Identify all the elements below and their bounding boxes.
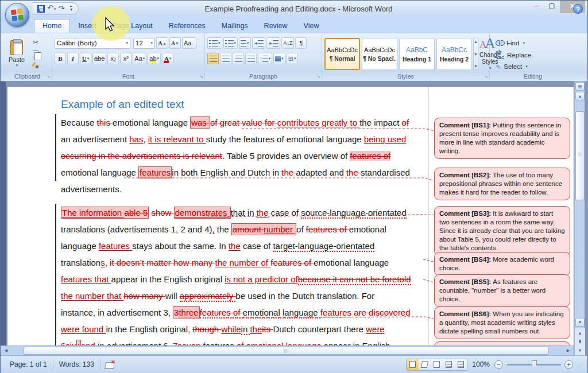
shading-button[interactable]: ▾ <box>273 53 285 64</box>
font-size-select[interactable]: 12▾ <box>133 38 155 49</box>
horizontal-scrollbar[interactable]: ◀ ▶ <box>1 345 574 355</box>
redo-button[interactable]: ↷ <box>58 3 64 14</box>
vertical-scrollbar[interactable]: ▤ ▲ ▼ ▲▲ ● ▼▼ <box>574 81 585 355</box>
bullets-button[interactable]: ▾ <box>207 37 222 49</box>
undo-button[interactable]: ↶▾ <box>47 3 56 14</box>
comment-balloon-bs6[interactable]: Comment [BS6]: When you are indicating a… <box>434 306 570 339</box>
bold-button[interactable]: B <box>55 53 66 64</box>
styles-dialog-launcher[interactable]: ↘ <box>484 75 488 79</box>
format-painter-button[interactable] <box>29 60 42 71</box>
align-center-button[interactable] <box>220 53 231 64</box>
scroll-right-icon[interactable]: ▶ <box>564 347 572 355</box>
proofing-errors-icon[interactable] <box>105 361 114 368</box>
styles-scroll-up-icon[interactable]: ▲ <box>474 40 478 44</box>
tab-mailings[interactable]: Mailings <box>214 20 256 33</box>
zoom-thumb[interactable] <box>532 360 537 368</box>
styles-gallery-scroll[interactable]: ▲ ▼ ▼ <box>473 38 478 70</box>
outline-view-button[interactable] <box>443 359 455 370</box>
previous-page-button[interactable]: ▲▲ <box>576 329 584 337</box>
underline-button[interactable]: U▾ <box>80 53 91 64</box>
cut-button[interactable]: ✂ <box>29 37 42 48</box>
style-heading-1[interactable]: AaBbCHeading 1 <box>399 38 435 70</box>
superscript-button[interactable]: x² <box>120 53 131 64</box>
decrease-indent-button[interactable]: ◄ <box>252 37 266 49</box>
tab-review[interactable]: Review <box>256 20 296 33</box>
line-spacing-button[interactable]: ↕▾ <box>258 53 272 64</box>
tab-page-layout[interactable]: Page Layout <box>105 20 161 33</box>
select-browse-object-button[interactable]: ● <box>576 338 584 345</box>
comment-balloon-bs1[interactable]: Comment [BS1]: Putting this sentence in … <box>434 118 570 159</box>
style-normal[interactable]: AaBbCcDc¶ Normal <box>324 38 360 70</box>
print-layout-view-button[interactable] <box>407 359 419 370</box>
scroll-down-icon[interactable]: ▼ <box>575 318 585 327</box>
page-indicator[interactable]: Page: 1 of 1 <box>4 359 53 370</box>
undo-dropdown-icon[interactable]: ▾ <box>54 7 56 11</box>
tab-home[interactable]: Home <box>34 19 70 33</box>
shrink-font-button[interactable]: A▼ <box>169 37 181 49</box>
zoom-out-button[interactable]: − <box>494 360 503 369</box>
office-button[interactable] <box>5 3 29 27</box>
grow-font-button[interactable]: A▲ <box>156 37 168 49</box>
subscript-button[interactable]: x₂ <box>107 53 119 64</box>
zoom-track[interactable] <box>506 364 561 366</box>
save-icon[interactable] <box>37 5 45 13</box>
split-view-button[interactable]: ▤ <box>575 82 585 91</box>
strikethrough-button[interactable]: abe <box>92 53 106 64</box>
resize-grip[interactable]: ⋰ <box>578 362 584 368</box>
inserted-text: features <box>320 308 354 317</box>
comment-balloon-bs5[interactable]: Comment [BS5]: As features are countable… <box>434 274 570 307</box>
document-area: Example of an edited text Because this e… <box>1 81 588 355</box>
zoom-level[interactable]: 100% <box>472 360 490 368</box>
paragraph-dialog-launcher[interactable]: ↘ <box>316 75 320 79</box>
clipboard-dialog-launcher[interactable]: ↘ <box>47 75 51 79</box>
customize-qat-icon[interactable]: ▾ <box>70 6 72 11</box>
comment-balloon-bs3[interactable]: Comment [BS3]: It is awkward to start tw… <box>434 206 570 256</box>
replace-button[interactable]: ab⤷acReplace <box>492 50 574 60</box>
tab-insert[interactable]: Insert <box>70 20 104 33</box>
comment-balloon-bs2[interactable]: Comment [BS2]: The use of too many prepo… <box>434 168 570 200</box>
comment-balloon-bs4[interactable]: Comment [BS4]: More academic word choice… <box>434 252 570 276</box>
font-color-button[interactable]: A▾ <box>162 53 173 64</box>
scroll-left-icon[interactable]: ◀ <box>2 347 10 355</box>
clear-formatting-button[interactable]: Aa <box>182 37 196 49</box>
tab-references[interactable]: References <box>161 20 214 33</box>
web-layout-view-button[interactable] <box>431 359 443 370</box>
change-case-button[interactable]: Aa▾ <box>133 53 146 64</box>
draft-view-button[interactable] <box>455 359 467 370</box>
tab-view[interactable]: View <box>296 20 327 33</box>
sort-button[interactable]: A↓Z <box>281 37 294 49</box>
find-button[interactable]: Find▾ <box>492 38 574 48</box>
help-icon[interactable]: ? <box>573 4 583 14</box>
align-right-button[interactable] <box>233 53 244 64</box>
text-highlight-button[interactable]: ab▾ <box>148 53 161 64</box>
borders-button[interactable]: ⊞▾ <box>287 53 298 64</box>
justify-button[interactable] <box>245 53 257 64</box>
full-screen-reading-view-button[interactable] <box>419 359 431 370</box>
vertical-scroll-thumb[interactable] <box>575 111 585 200</box>
horizontal-scroll-thumb[interactable] <box>24 347 549 355</box>
italic-button[interactable]: I <box>67 53 79 64</box>
zoom-in-button[interactable]: + <box>564 360 573 369</box>
style-no-spaci[interactable]: AaBbCcDc¶ No Spaci... <box>362 38 397 70</box>
font-family-select[interactable]: Calibri (Body)▾ <box>55 38 130 49</box>
numbering-button[interactable]: ▾ <box>223 37 238 49</box>
increase-indent-button[interactable]: ► <box>266 37 280 49</box>
multilevel-list-button[interactable]: ▾ <box>239 37 251 49</box>
select-button[interactable]: ⇖Select▾ <box>492 62 574 72</box>
scroll-up-icon[interactable]: ▲ <box>575 92 585 100</box>
styles-more-icon[interactable]: ▼ <box>474 64 478 68</box>
style-name: Heading 2 <box>440 56 469 63</box>
paste-button[interactable]: Paste ▾ <box>5 36 28 72</box>
copy-button[interactable] <box>29 49 42 59</box>
align-left-button[interactable] <box>207 53 219 64</box>
minimize-button[interactable]: – <box>528 1 544 12</box>
show-formatting-button[interactable]: ¶ <box>295 37 307 49</box>
styles-scroll-down-icon[interactable]: ▼ <box>474 52 478 56</box>
word-count[interactable]: Words: 133 <box>53 359 100 370</box>
style-heading-2[interactable]: AaBbCcHeading 2 <box>436 38 472 70</box>
body-text: be used in the Dutch translation. For <box>235 291 374 301</box>
maximize-button[interactable]: ▢ <box>544 1 560 12</box>
next-page-button[interactable]: ▼▼ <box>576 347 584 354</box>
font-dialog-launcher[interactable]: ↘ <box>199 75 203 79</box>
paste-dropdown-icon[interactable]: ▾ <box>16 63 18 68</box>
